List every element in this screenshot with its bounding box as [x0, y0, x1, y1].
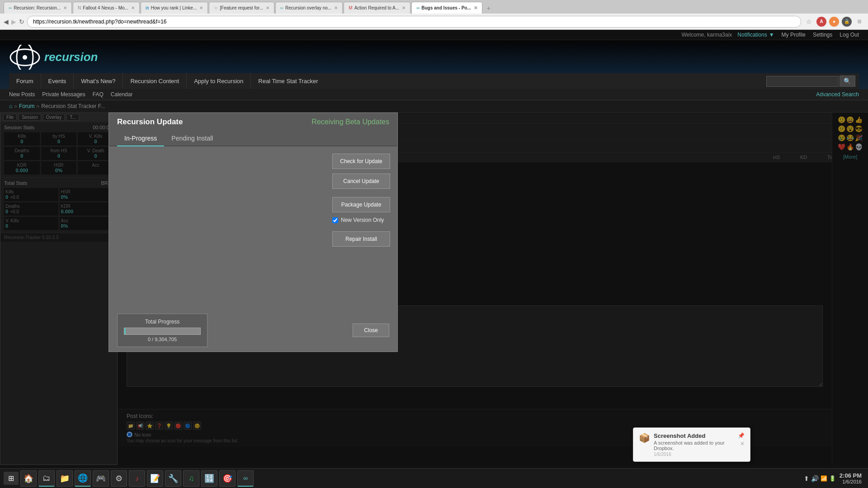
back-button[interactable]: ◀ [4, 18, 9, 25]
browser-ext-3[interactable]: 🔒 [842, 17, 852, 27]
address-input[interactable] [27, 16, 801, 28]
progress-text: 0 / 9,304,705 [124, 337, 201, 342]
cancel-update-button[interactable]: Cancel Update [332, 174, 390, 189]
new-version-only-row[interactable]: New Version Only [332, 217, 390, 223]
taskbar-icon-app1[interactable]: ⚙ [111, 470, 127, 487]
sys-icon-2[interactable]: 🔊 [811, 475, 819, 482]
sys-icon-1[interactable]: ⬆ [804, 475, 809, 482]
nav-whats-new[interactable]: What's New? [74, 73, 123, 89]
tab-1[interactable]: ∞ Recursion: Recursion... ✕ [4, 2, 72, 14]
new-tab-button[interactable]: + [483, 3, 494, 14]
taskbar-icon-music[interactable]: ♪ [129, 470, 145, 487]
tab-7-active[interactable]: ∞ Bugs and Issues - Po... ✕ [411, 2, 482, 14]
logo-nav-area: recursion Forum Events What's New? Recur… [0, 40, 868, 89]
taskbar-icon-cortana[interactable]: 🏠 [20, 470, 37, 487]
refresh-button[interactable]: ↻ [19, 18, 24, 25]
nav-stat-tracker[interactable]: Real Time Stat Tracker [251, 73, 325, 89]
my-profile-link[interactable]: My Profile [782, 32, 806, 38]
check-update-button[interactable]: Check for Update [332, 154, 390, 169]
breadcrumb-home-icon[interactable]: ⌂ [9, 103, 12, 109]
taskbar-date: 1/6/2016 [840, 479, 862, 484]
new-version-only-checkbox[interactable] [332, 217, 338, 223]
taskbar-icon-explorer[interactable]: 🗂 [38, 470, 55, 487]
modal-subtitle: Receiving Beta Updates [311, 118, 389, 126]
taskbar-icon-calc[interactable]: 🔢 [201, 470, 217, 487]
tab-4-favicon: ☆ [214, 5, 218, 10]
taskbar-clock[interactable]: 2:06 PM 1/6/2016 [840, 472, 864, 484]
settings-link[interactable]: Settings [813, 32, 832, 38]
tab-3[interactable]: in How you rank | Linke... ✕ [141, 2, 208, 14]
breadcrumb-sep1: » [14, 103, 17, 109]
tab-2-label: Fallout 4 Nexus - Mo... [83, 5, 128, 10]
modal-tab-pending[interactable]: Pending Install [164, 131, 220, 145]
forward-button[interactable]: ▶ [11, 18, 16, 25]
taskbar-icon-recursion[interactable]: ∞ [237, 470, 254, 487]
tab-1-close[interactable]: ✕ [63, 5, 67, 10]
tab-5[interactable]: ∞ Recursion overlay no... ✕ [275, 2, 343, 14]
taskbar-icon-browser2[interactable]: 🔧 [165, 470, 181, 487]
progress-box-label: Total Progress [124, 319, 201, 325]
notif-actions: 📌 ✕ [738, 432, 745, 447]
tab-2-close[interactable]: ✕ [131, 5, 135, 10]
modal-footer: Total Progress 0 / 9,304,705 Close [109, 309, 397, 352]
breadcrumb-forum[interactable]: Forum [19, 103, 35, 109]
welcome-text: Welcome, karma3aix [682, 32, 732, 38]
nav-recursion-content[interactable]: Recursion Content [123, 73, 187, 89]
taskbar-icon-steam[interactable]: 🎮 [93, 470, 109, 487]
start-button[interactable]: ⊞ [4, 472, 19, 485]
tab-7-label: Bugs and Issues - Po... [421, 5, 471, 10]
modal-tabs: In-Progress Pending Install [109, 131, 397, 146]
logo-icon[interactable] [9, 45, 41, 70]
sys-icon-battery[interactable]: 🔋 [829, 475, 836, 482]
sub-nav-new-posts[interactable]: New Posts [9, 91, 35, 98]
taskbar-icon-chrome[interactable]: 🌐 [75, 470, 91, 487]
sys-icon-network[interactable]: 📶 [821, 475, 827, 482]
modal-title: Recursion Update [117, 117, 183, 127]
tab-4-close[interactable]: ✕ [266, 5, 269, 10]
tab-7-close[interactable]: ✕ [474, 5, 477, 10]
nav-apply[interactable]: Apply to Recursion [187, 73, 251, 89]
notifications-link[interactable]: Notifications [737, 32, 767, 38]
notifications-dropdown[interactable]: ▼ [769, 32, 774, 38]
taskbar-icon-spotify[interactable]: ♫ [183, 470, 199, 487]
browser-menu-button[interactable]: ≡ [854, 17, 864, 27]
browser-ext-2[interactable]: ● [829, 17, 839, 27]
tab-4-label: [Feature request for... [220, 5, 263, 10]
tab-3-close[interactable]: ✕ [199, 5, 203, 10]
nav-forum[interactable]: Forum [9, 73, 41, 89]
notif-pin-icon[interactable]: 📌 [738, 432, 745, 439]
sub-nav-private-messages[interactable]: Private Messages [42, 91, 85, 98]
notif-close-icon[interactable]: ✕ [740, 441, 745, 447]
tab-6-close[interactable]: ✕ [402, 5, 406, 10]
tab-6-label: Action Required to A... [354, 5, 400, 10]
tab-2[interactable]: N Fallout 4 Nexus - Mo... ✕ [73, 2, 140, 14]
tab-bar: ∞ Recursion: Recursion... ✕ N Fallout 4 … [0, 0, 868, 14]
notif-title: Screenshot Added [654, 432, 734, 439]
package-update-button[interactable]: Package Update [332, 197, 390, 212]
modal-close-button[interactable]: Close [353, 324, 389, 337]
sub-nav-calendar[interactable]: Calendar [111, 91, 133, 98]
modal-content-area [109, 146, 325, 309]
taskbar-icon-explorer2[interactable]: 📁 [57, 470, 73, 487]
browser-ext-1[interactable]: A [816, 17, 826, 27]
modal-tab-inprogress[interactable]: In-Progress [117, 131, 164, 146]
tab-6[interactable]: M Action Required to A... ✕ [344, 2, 410, 14]
tab-5-label: Recursion overlay no... [285, 5, 331, 10]
tab-5-close[interactable]: ✕ [334, 5, 338, 10]
advanced-search-link[interactable]: Advanced Search [816, 91, 859, 98]
nav-search-input[interactable] [766, 76, 839, 87]
sub-nav-faq[interactable]: FAQ [93, 91, 104, 98]
browser-star-icon[interactable]: ☆ [804, 17, 814, 27]
logout-link[interactable]: Log Out [840, 32, 859, 38]
taskbar-icon-notes[interactable]: 📝 [147, 470, 163, 487]
site-top-header: Welcome, karma3aix Notifications ▼ My Pr… [0, 30, 868, 40]
logo-text: recursion [44, 50, 98, 64]
repair-install-button[interactable]: Repair Install [332, 231, 390, 247]
progress-box: Total Progress 0 / 9,304,705 [117, 314, 208, 347]
tab-3-label: How you rank | Linke... [151, 5, 197, 10]
nav-events[interactable]: Events [41, 73, 74, 89]
progress-bar-bg [124, 328, 201, 335]
tab-4[interactable]: ☆ [Feature request for... ✕ [209, 2, 274, 14]
taskbar-icon-app2[interactable]: 🎯 [219, 470, 236, 487]
nav-search-button[interactable]: 🔍 [840, 75, 855, 87]
